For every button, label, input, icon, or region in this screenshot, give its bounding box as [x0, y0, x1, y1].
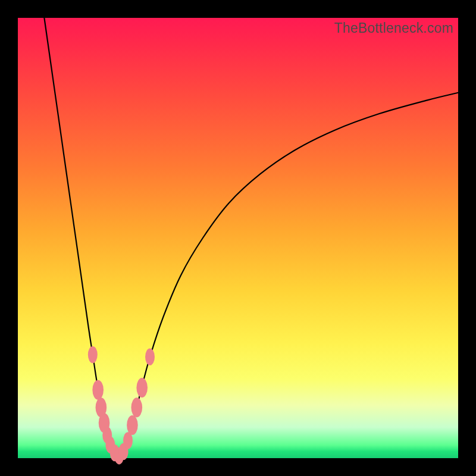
bead-marker [88, 346, 98, 363]
plot-area: TheBottleneck.com [18, 18, 458, 458]
bead-marker [92, 380, 104, 400]
bead-marker [145, 349, 155, 365]
bead-marker [136, 378, 148, 397]
curve-svg [18, 18, 458, 458]
bead-marker [127, 415, 138, 435]
right-branch-line [119, 93, 458, 458]
outer-frame: TheBottleneck.com [0, 0, 476, 476]
bead-group [88, 346, 155, 465]
bead-marker [131, 397, 142, 417]
left-branch-line [44, 18, 119, 458]
